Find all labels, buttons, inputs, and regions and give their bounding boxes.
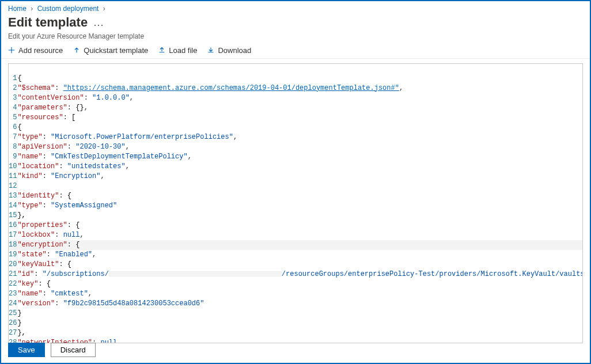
download-icon bbox=[207, 47, 214, 54]
download-button[interactable]: Download bbox=[207, 46, 251, 55]
more-icon[interactable]: ⋯ bbox=[93, 19, 104, 31]
toolbar: Add resource Quickstart template Load fi… bbox=[1, 43, 590, 59]
toolbar-label: Download bbox=[218, 46, 251, 55]
save-button[interactable]: Save bbox=[8, 343, 45, 357]
active-line: 18"encryption": { bbox=[9, 240, 583, 250]
footer-actions: Save Discard bbox=[8, 343, 96, 357]
load-file-button[interactable]: Load file bbox=[158, 46, 197, 55]
toolbar-label: Load file bbox=[169, 46, 197, 55]
page-subtitle: Edit your Azure Resource Manager templat… bbox=[8, 32, 583, 40]
chevron-right-icon: › bbox=[31, 5, 33, 13]
toolbar-label: Quickstart template bbox=[84, 46, 148, 55]
code-lines: 1{ 2"$schema": "https://schema.managemen… bbox=[9, 74, 583, 343]
toolbar-label: Add resource bbox=[18, 46, 63, 55]
breadcrumb-page[interactable]: Custom deployment bbox=[37, 5, 99, 13]
plus-icon bbox=[8, 47, 15, 54]
chevron-right-icon: › bbox=[103, 5, 105, 13]
quickstart-template-button[interactable]: Quickstart template bbox=[73, 46, 148, 55]
code-editor[interactable]: 1{ 2"$schema": "https://schema.managemen… bbox=[8, 63, 583, 343]
discard-button[interactable]: Discard bbox=[51, 343, 96, 357]
upload-icon bbox=[73, 47, 80, 54]
page-header: Edit template ⋯ Edit your Azure Resource… bbox=[1, 14, 590, 43]
add-resource-button[interactable]: Add resource bbox=[8, 46, 63, 55]
redacted-subscription-id bbox=[109, 271, 282, 276]
page-title: Edit template bbox=[8, 15, 88, 30]
load-file-icon bbox=[158, 47, 165, 54]
breadcrumb-home[interactable]: Home bbox=[8, 5, 26, 13]
schema-link[interactable]: "https://schema.management.azure.com/sch… bbox=[63, 84, 399, 92]
breadcrumb: Home › Custom deployment › bbox=[1, 1, 590, 14]
